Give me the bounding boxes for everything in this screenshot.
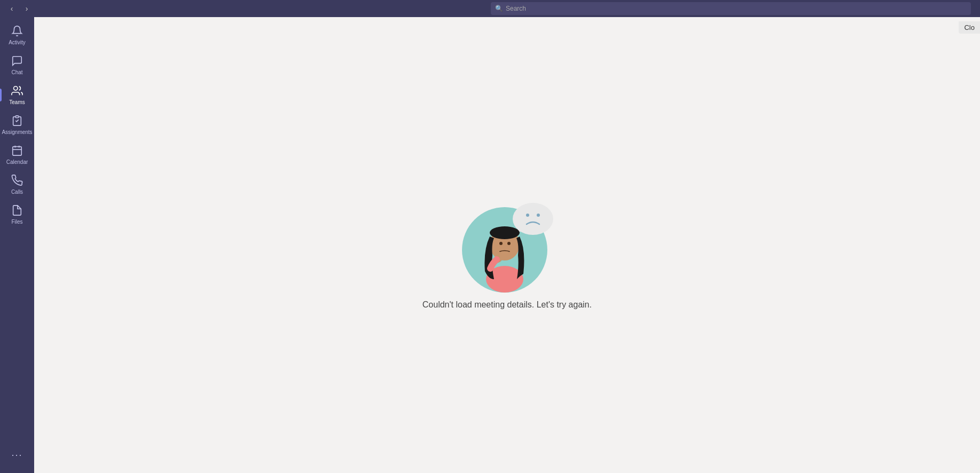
calls-icon: [11, 175, 23, 188]
search-bar: 🔍: [491, 2, 971, 15]
chat-icon: [11, 55, 23, 68]
titlebar: ‹ › 🔍 U —: [0, 0, 980, 17]
svg-rect-2: [13, 147, 22, 156]
svg-point-0: [14, 86, 18, 90]
main-content: Clo: [34, 17, 980, 473]
sidebar: Activity Chat Teams: [0, 17, 34, 473]
titlebar-left: ‹ ›: [6, 3, 32, 14]
svg-point-16: [507, 242, 511, 245]
activity-icon: [11, 25, 23, 38]
svg-point-10: [537, 214, 540, 217]
sidebar-item-calendar[interactable]: Calendar: [2, 141, 32, 169]
close-button[interactable]: Clo: [959, 21, 980, 34]
sidebar-item-assignments[interactable]: Assignments: [2, 111, 32, 139]
calendar-icon: [11, 145, 23, 158]
search-icon: 🔍: [495, 5, 503, 12]
files-icon: [11, 204, 23, 218]
sidebar-item-activity[interactable]: Activity: [2, 21, 32, 49]
sidebar-item-calls-label: Calls: [11, 190, 23, 195]
sidebar-item-teams-label: Teams: [9, 100, 25, 105]
sidebar-item-teams[interactable]: Teams: [2, 81, 32, 109]
sidebar-item-chat-label: Chat: [11, 70, 22, 75]
sidebar-item-calendar-label: Calendar: [6, 160, 28, 165]
error-illustration: [454, 180, 561, 287]
svg-rect-1: [15, 116, 19, 118]
svg-point-15: [499, 242, 503, 245]
sidebar-item-files[interactable]: Files: [2, 201, 32, 228]
sidebar-item-calls[interactable]: Calls: [2, 171, 32, 199]
error-message: Couldn't load meeting details. Let's try…: [423, 300, 592, 310]
search-input[interactable]: [491, 2, 971, 15]
sidebar-item-files-label: Files: [11, 219, 22, 225]
svg-point-9: [526, 214, 529, 217]
more-apps-button[interactable]: ···: [2, 445, 32, 464]
svg-point-13: [490, 226, 520, 239]
sidebar-item-assignments-label: Assignments: [2, 130, 32, 135]
sidebar-item-chat[interactable]: Chat: [2, 51, 32, 79]
assignments-icon: [11, 115, 23, 128]
back-button[interactable]: ‹: [6, 3, 17, 14]
error-container: Couldn't load meeting details. Let's try…: [423, 180, 592, 310]
forward-button[interactable]: ›: [21, 3, 32, 14]
main-area: Activity Chat Teams: [0, 17, 980, 473]
teams-icon: [11, 85, 23, 98]
sidebar-item-activity-label: Activity: [9, 40, 26, 45]
